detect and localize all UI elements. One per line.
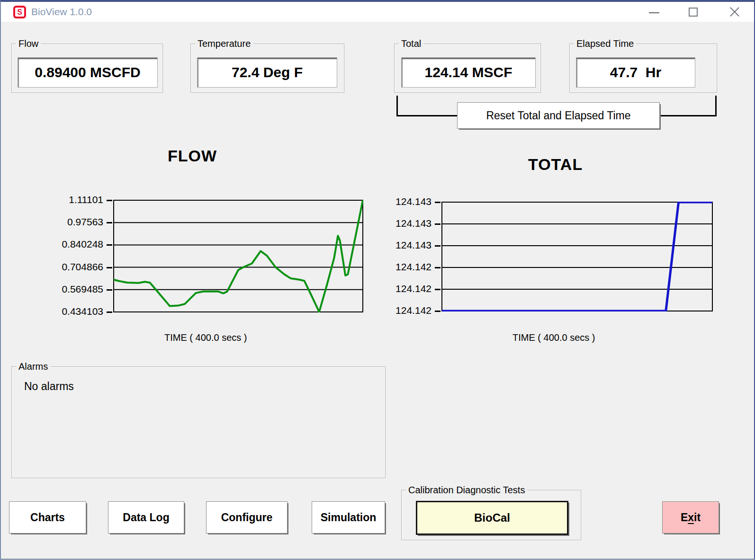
readout-elapsed-label: Elapsed Time (574, 38, 636, 49)
flow-chart-title: FLOW (168, 147, 217, 165)
maximize-icon (689, 8, 698, 17)
flow-chart (113, 200, 363, 312)
ytick-label: 0.434103 (62, 305, 112, 318)
ytick-label: 0.840248 (62, 238, 112, 251)
tick-mark (435, 267, 440, 268)
tick-mark (107, 311, 112, 313)
alarms-text: No alarms (24, 380, 74, 393)
ytick-label: 0.97563 (67, 215, 112, 229)
total-chart (441, 202, 713, 311)
total-chart-time-label: TIME ( 400.0 secs ) (512, 332, 595, 343)
ytick-label: 1.11101 (69, 193, 112, 206)
readout-flow-label: Flow (16, 38, 41, 49)
alarms-group: Alarms No alarms (11, 366, 386, 478)
app-logo-icon: S (13, 6, 26, 18)
tick-mark (435, 202, 440, 203)
tick-mark (107, 244, 112, 246)
reset-connector-line (396, 115, 458, 116)
ytick-label: 124.142 (395, 260, 440, 274)
tick-mark (435, 289, 440, 290)
total-chart-title: TOTAL (528, 155, 583, 174)
readout-temperature-value: 72.4 Deg F (197, 57, 337, 88)
flow-chart-yticks: 1.111010.975630.8402480.7048660.5694850.… (34, 200, 112, 312)
tick-mark (107, 289, 112, 291)
alarms-label: Alarms (16, 361, 50, 372)
ytick-label: 0.569485 (62, 283, 112, 296)
app-window: S BioView 1.0.0 Flow 0.89400 MSCFD Tempe… (0, 0, 755, 560)
tick-mark (435, 311, 440, 312)
tick-mark (107, 200, 112, 201)
ytick-label: 124.143 (395, 239, 440, 252)
ytick-label: 124.143 (395, 195, 440, 208)
data-log-button[interactable]: Data Log (108, 501, 184, 533)
tick-mark (107, 222, 112, 223)
readout-elapsed-group: Elapsed Time 47.7 Hr (569, 44, 717, 93)
ytick-label: 124.142 (395, 304, 440, 317)
readout-temperature-group: Temperature 72.4 Deg F (190, 44, 344, 93)
window-title: BioView 1.0.0 (31, 6, 92, 18)
readout-elapsed-value: 47.7 Hr (576, 57, 695, 88)
minimize-button[interactable] (638, 2, 670, 22)
readout-total-group: Total 124.14 MSCF (394, 44, 541, 93)
maximize-button[interactable] (677, 2, 709, 22)
reset-connector-line (396, 96, 398, 116)
flow-chart-time-label: TIME ( 400.0 secs ) (164, 332, 247, 343)
tick-mark (107, 267, 112, 268)
configure-button[interactable]: Configure (206, 501, 288, 533)
titlebar: S BioView 1.0.0 (1, 2, 754, 22)
readout-total-value: 124.14 MSCF (401, 57, 536, 88)
charts-button[interactable]: Charts (9, 501, 86, 533)
exit-button[interactable]: Exit (662, 501, 719, 533)
ytick-label: 124.142 (395, 282, 440, 295)
minimize-icon (649, 12, 659, 13)
simulation-button[interactable]: Simulation (312, 501, 385, 533)
calibration-label: Calibration Diagnostic Tests (406, 485, 527, 496)
tick-mark (435, 223, 440, 225)
reset-total-button[interactable]: Reset Total and Elapsed Time (457, 102, 660, 129)
reset-connector-line (659, 115, 717, 116)
calibration-group: Calibration Diagnostic Tests BioCal (401, 490, 581, 540)
readout-flow-group: Flow 0.89400 MSCFD (11, 44, 163, 93)
readout-flow-value: 0.89400 MSCFD (18, 57, 158, 88)
reset-connector-line (715, 96, 717, 116)
readout-total-label: Total (399, 38, 423, 49)
ytick-label: 0.704866 (62, 260, 112, 274)
close-button[interactable] (718, 2, 749, 22)
ytick-label: 124.143 (395, 217, 440, 230)
total-chart-yticks: 124.143124.143124.143124.142124.142124.1… (362, 202, 440, 311)
tick-mark (435, 245, 440, 247)
biocal-button[interactable]: BioCal (416, 501, 568, 535)
readout-temperature-label: Temperature (195, 38, 253, 49)
